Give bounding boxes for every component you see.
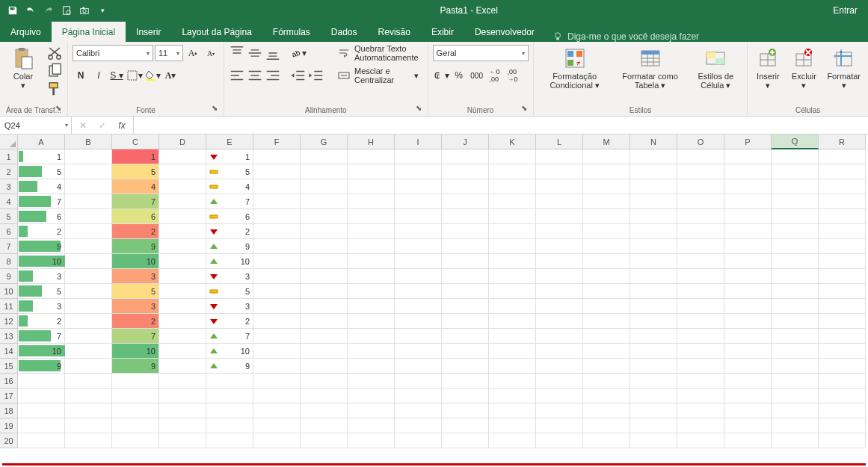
cell[interactable] — [395, 389, 442, 403]
cell[interactable] — [772, 239, 819, 254]
cell[interactable] — [772, 254, 819, 269]
column-header[interactable]: K — [489, 134, 536, 149]
cell[interactable] — [724, 254, 772, 269]
number-launcher-icon[interactable]: ⬊ — [520, 104, 529, 113]
cell[interactable] — [65, 359, 112, 374]
cell[interactable] — [583, 344, 630, 359]
align-right-icon[interactable] — [265, 67, 281, 84]
format-as-table-button[interactable]: Formatar como Tabela ▾ — [616, 45, 685, 91]
cell[interactable] — [348, 149, 395, 164]
cell[interactable] — [301, 239, 348, 254]
name-box[interactable]: Q24▾ — [0, 117, 72, 134]
cell[interactable] — [819, 284, 866, 299]
spreadsheet-grid[interactable]: ABCDEFGHIJKLMNOPQR1111255534444777566662… — [0, 134, 868, 448]
cell[interactable] — [536, 239, 583, 254]
cell[interactable] — [772, 418, 819, 433]
cell[interactable] — [395, 269, 442, 284]
cell[interactable] — [395, 418, 442, 433]
cell[interactable] — [159, 299, 206, 314]
cell[interactable] — [395, 299, 442, 314]
fill-color-icon[interactable]: ▾ — [144, 67, 161, 84]
cell[interactable]: 7 — [112, 329, 159, 344]
cell[interactable] — [489, 299, 536, 314]
cell[interactable] — [65, 194, 112, 209]
cell[interactable] — [536, 224, 583, 239]
cell[interactable] — [772, 329, 819, 344]
cell[interactable]: 3 — [206, 299, 253, 314]
cell[interactable] — [253, 314, 301, 329]
cell[interactable] — [630, 389, 677, 403]
cell[interactable]: 10 — [206, 344, 253, 359]
cell[interactable] — [772, 149, 819, 164]
cell[interactable] — [395, 284, 442, 299]
cell[interactable] — [395, 224, 442, 239]
cell[interactable] — [724, 418, 772, 433]
cell[interactable] — [819, 254, 866, 269]
cell[interactable] — [630, 209, 677, 224]
cell[interactable] — [65, 418, 112, 433]
cell[interactable] — [583, 179, 630, 194]
cell[interactable] — [253, 329, 301, 344]
row-header[interactable]: 19 — [0, 418, 18, 433]
cell[interactable] — [348, 314, 395, 329]
cell[interactable] — [65, 329, 112, 344]
cell[interactable] — [395, 329, 442, 344]
cell[interactable] — [583, 433, 630, 448]
cell[interactable]: 5 — [18, 164, 65, 179]
cell[interactable] — [442, 209, 489, 224]
cell[interactable] — [253, 269, 301, 284]
cell[interactable] — [442, 269, 489, 284]
cell[interactable] — [65, 224, 112, 239]
cell[interactable] — [724, 269, 772, 284]
cell[interactable] — [536, 418, 583, 433]
cell[interactable] — [489, 149, 536, 164]
enter-formula-icon[interactable]: ✓ — [94, 117, 111, 134]
cell[interactable] — [630, 269, 677, 284]
alignment-launcher-icon[interactable]: ⬊ — [414, 104, 423, 113]
cell[interactable] — [583, 164, 630, 179]
cell[interactable] — [489, 359, 536, 374]
cell[interactable] — [301, 344, 348, 359]
cell[interactable] — [112, 389, 159, 403]
cell[interactable] — [583, 284, 630, 299]
cell[interactable] — [301, 329, 348, 344]
cell[interactable] — [772, 164, 819, 179]
formula-input[interactable] — [134, 117, 868, 134]
cell[interactable] — [630, 179, 677, 194]
column-header[interactable]: F — [253, 134, 301, 149]
cell[interactable]: 9 — [112, 359, 159, 374]
cell[interactable] — [489, 403, 536, 418]
cell[interactable] — [630, 359, 677, 374]
cell[interactable] — [65, 389, 112, 403]
cell[interactable] — [442, 374, 489, 389]
cell[interactable] — [583, 374, 630, 389]
qat-customize-icon[interactable]: ▾ — [94, 2, 111, 19]
cell[interactable] — [65, 239, 112, 254]
column-header[interactable]: L — [536, 134, 583, 149]
cell[interactable] — [348, 329, 395, 344]
cell[interactable] — [677, 374, 724, 389]
cell[interactable]: 10 — [206, 254, 253, 269]
row-header[interactable]: 12 — [0, 314, 18, 329]
cell[interactable] — [395, 194, 442, 209]
cell[interactable] — [301, 433, 348, 448]
tab-formulas[interactable]: Fórmulas — [262, 22, 321, 42]
cell[interactable]: 6 — [206, 209, 253, 224]
cell[interactable] — [724, 239, 772, 254]
cell[interactable] — [819, 433, 866, 448]
cell[interactable] — [348, 374, 395, 389]
cell[interactable] — [536, 403, 583, 418]
cell[interactable] — [677, 344, 724, 359]
cell[interactable] — [112, 403, 159, 418]
cell[interactable] — [395, 149, 442, 164]
cell[interactable] — [772, 269, 819, 284]
cell[interactable] — [442, 239, 489, 254]
cell[interactable] — [772, 433, 819, 448]
cell[interactable] — [630, 433, 677, 448]
cell[interactable] — [65, 433, 112, 448]
row-header[interactable]: 1 — [0, 149, 18, 164]
cell[interactable] — [772, 359, 819, 374]
cell[interactable] — [677, 418, 724, 433]
cell[interactable]: 4 — [206, 179, 253, 194]
row-header[interactable]: 15 — [0, 359, 18, 374]
